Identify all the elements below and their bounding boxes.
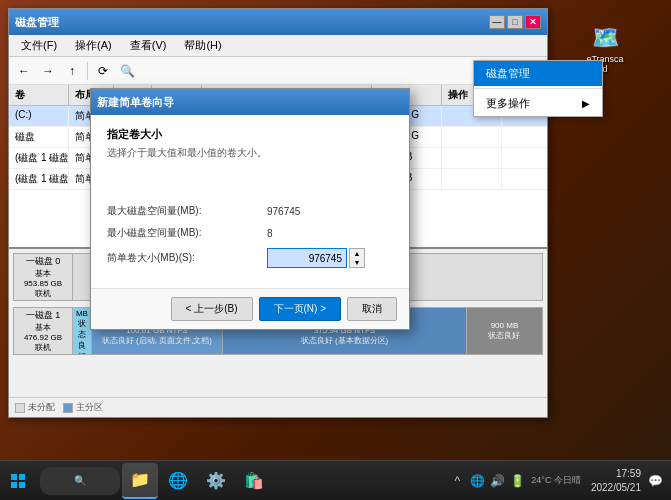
svg-rect-2 [11, 482, 17, 488]
taskbar-search-button[interactable]: 🔍 [40, 467, 120, 495]
taskbar-app-chrome[interactable]: 🌐 [160, 463, 196, 499]
legend-unallocated: 未分配 [15, 401, 55, 414]
partition-recovery-1[interactable]: 900 MB 状态良好 [467, 308, 542, 354]
wizard-titlebar[interactable]: 新建简单卷向导 [91, 89, 409, 115]
menubar: 文件(F) 操作(A) 查看(V) 帮助(H) [9, 35, 547, 57]
wizard-label-size: 简单卷大小(MB)(S): [107, 251, 267, 265]
taskbar-apps: 🔍 📁 🌐 ⚙️ 🛍️ [36, 463, 276, 499]
menu-file[interactable]: 文件(F) [13, 36, 65, 55]
wizard-spacer [107, 174, 393, 204]
toolbar-up[interactable]: ↑ [61, 60, 83, 82]
weather-temp: 24°C 今日晴 [531, 474, 581, 487]
window-titlebar[interactable]: 磁盘管理 — □ ✕ [9, 9, 547, 35]
cell-vol-0: (C:) [9, 106, 69, 126]
wizard-section-desc: 选择介于最大值和最小值的卷大小。 [107, 146, 393, 160]
svg-rect-3 [19, 482, 25, 488]
cell-op-2 [442, 148, 502, 168]
taskbar-app-fileexplorer[interactable]: 📁 [122, 463, 158, 499]
store-icon: 🛍️ [244, 471, 264, 490]
cell-vol-3: (磁盘 1 磁盘分区 5) [9, 169, 69, 189]
wizard-section-title: 指定卷大小 [107, 127, 393, 142]
windows-icon [10, 473, 26, 489]
wizard-body: 指定卷大小 选择介于最大值和最小值的卷大小。 最大磁盘空间量(MB): 9767… [91, 115, 409, 288]
wizard-cancel-button[interactable]: 取消 [347, 297, 397, 321]
statusbar: 未分配 主分区 [9, 397, 547, 417]
toolbar-refresh[interactable]: ⟳ [92, 60, 114, 82]
partition-efi-1[interactable]: 100 MB 状态良好 [73, 308, 92, 354]
spin-buttons: ▲ ▼ [349, 248, 365, 268]
toolbar-back[interactable]: ← [13, 60, 35, 82]
taskbar-app-settings[interactable]: ⚙️ [198, 463, 234, 499]
wizard-input-container: ▲ ▼ [267, 248, 365, 268]
wizard-field-min: 最小磁盘空间量(MB): 8 [107, 226, 393, 240]
legend-primary: 主分区 [63, 401, 103, 414]
taskbar-app-store[interactable]: 🛍️ [236, 463, 272, 499]
close-button[interactable]: ✕ [525, 15, 541, 29]
chrome-icon: 🌐 [168, 471, 188, 490]
start-button[interactable] [4, 467, 32, 495]
taskbar: 🔍 📁 🌐 ⚙️ 🛍️ ^ 🌐 🔊 🔋 [0, 460, 671, 500]
taskbar-left [0, 467, 36, 495]
desktop: 🗺️ eTranscad 磁盘管理 — □ ✕ 文件(F) 操作(A) 查看(V… [0, 0, 671, 500]
toolbar-forward[interactable]: → [37, 60, 59, 82]
menu-action[interactable]: 操作(A) [67, 36, 120, 55]
taskbar-datetime[interactable]: 17:59 2022/05/21 [591, 467, 641, 495]
menu-view[interactable]: 查看(V) [122, 36, 175, 55]
wizard-prev-button[interactable]: < 上一步(B) [171, 297, 253, 321]
context-menu-item-more[interactable]: 更多操作 ▶ [474, 91, 602, 116]
col-header-vol: 卷 [9, 85, 69, 105]
wizard-field-size: 简单卷大小(MB)(S): ▲ ▼ [107, 248, 393, 268]
wizard-label-max: 最大磁盘空间量(MB): [107, 204, 267, 218]
taskbar-right: ^ 🌐 🔊 🔋 24°C 今日晴 17:59 2022/05/21 💬 [441, 467, 671, 495]
transcad-icon: 🗺️ [591, 24, 619, 52]
wizard-value-min: 8 [267, 228, 273, 239]
spin-up-button[interactable]: ▲ [350, 249, 364, 258]
wizard-dialog: 新建简单卷向导 指定卷大小 选择介于最大值和最小值的卷大小。 最大磁盘空间量(M… [90, 88, 410, 330]
network-icon[interactable]: 🌐 [469, 473, 485, 489]
legend: 未分配 主分区 [15, 401, 103, 414]
wizard-label-min: 最小磁盘空间量(MB): [107, 226, 267, 240]
menu-help[interactable]: 帮助(H) [176, 36, 229, 55]
wizard-field-max: 最大磁盘空间量(MB): 976745 [107, 204, 393, 218]
wizard-footer: < 上一步(B) 下一页(N) > 取消 [91, 288, 409, 329]
notification-area: ^ 🌐 🔊 🔋 [449, 473, 525, 489]
wizard-value-max: 976745 [267, 206, 300, 217]
settings-icon: ⚙️ [206, 471, 226, 490]
cell-op-1 [442, 127, 502, 147]
spin-down-button[interactable]: ▼ [350, 258, 364, 267]
toolbar: ← → ↑ ⟳ 🔍 [9, 57, 547, 85]
taskbar-chevron-icon[interactable]: ^ [449, 473, 465, 489]
context-menu-item-disk-mgmt[interactable]: 磁盘管理 [474, 61, 602, 86]
disk-1-label: 一磁盘 1 基本 476.92 GB 联机 [13, 307, 73, 355]
file-explorer-icon: 📁 [130, 470, 150, 489]
wizard-next-button[interactable]: 下一页(N) > [259, 297, 342, 321]
cell-op-3 [442, 169, 502, 189]
cell-vol-1: 磁盘 [9, 127, 69, 147]
minimize-button[interactable]: — [489, 15, 505, 29]
window-title: 磁盘管理 [15, 15, 489, 30]
disk-0-label: 一磁盘 0 基本 953.85 GB 联机 [13, 253, 73, 301]
battery-icon[interactable]: 🔋 [509, 473, 525, 489]
context-divider [474, 88, 602, 89]
wizard-title: 新建简单卷向导 [97, 95, 174, 110]
svg-rect-0 [11, 474, 17, 480]
toolbar-search[interactable]: 🔍 [116, 60, 138, 82]
context-menu: 磁盘管理 更多操作 ▶ [473, 60, 603, 117]
wizard-size-input[interactable] [267, 248, 347, 268]
window-controls: — □ ✕ [489, 15, 541, 29]
maximize-button[interactable]: □ [507, 15, 523, 29]
volume-icon[interactable]: 🔊 [489, 473, 505, 489]
svg-rect-1 [19, 474, 25, 480]
action-center-icon[interactable]: 💬 [647, 473, 663, 489]
cell-vol-2: (磁盘 1 磁盘分区 1) [9, 148, 69, 168]
